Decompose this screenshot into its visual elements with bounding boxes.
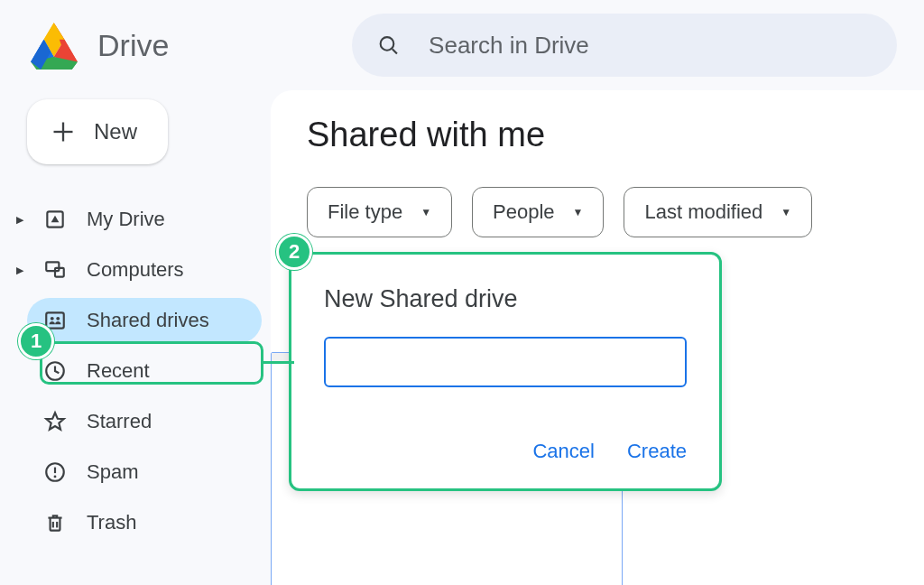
header: Drive: [0, 0, 924, 90]
search-input[interactable]: [429, 32, 872, 60]
sidebar-item-starred[interactable]: Starred: [27, 399, 262, 444]
svg-line-7: [393, 49, 397, 53]
chevron-down-icon: ▼: [781, 206, 791, 218]
clock-icon: [43, 359, 67, 383]
computers-icon: [43, 258, 67, 282]
svg-marker-2: [44, 23, 65, 40]
dialog-title-rest: Shared drive: [380, 285, 518, 312]
svg-rect-14: [46, 312, 64, 328]
dialog-actions: Cancel Create: [324, 440, 687, 463]
svg-point-6: [381, 37, 394, 51]
search-bar[interactable]: [352, 14, 897, 77]
page-title: Shared with me: [307, 116, 924, 154]
annotation-connector: [262, 361, 294, 364]
new-shared-drive-dialog: New Shared drive Cancel Create: [289, 252, 722, 491]
chip-label: File type: [328, 200, 402, 224]
svg-point-15: [51, 317, 54, 320]
spam-icon: [43, 460, 67, 484]
sidebar-item-label: Computers: [87, 258, 184, 282]
sidebar-item-shared-drives[interactable]: Shared drives: [27, 298, 262, 343]
chip-people[interactable]: People ▼: [472, 187, 604, 237]
sidebar-item-my-drive[interactable]: ▶ My Drive: [27, 197, 262, 242]
create-button[interactable]: Create: [627, 440, 687, 463]
chevron-down-icon: ▼: [573, 206, 584, 218]
cancel-button[interactable]: Cancel: [532, 440, 594, 463]
annotation-bubble-1: 1: [18, 323, 54, 359]
svg-point-16: [56, 317, 60, 320]
my-drive-icon: [43, 208, 67, 231]
sidebar-item-label: Starred: [87, 410, 152, 433]
chip-label: Last modified: [644, 200, 762, 224]
expand-icon[interactable]: ▶: [16, 265, 23, 276]
sidebar-item-label: Shared drives: [87, 309, 209, 332]
plus-icon: [51, 119, 76, 144]
sidebar-item-recent[interactable]: Recent: [27, 348, 262, 394]
dialog-title: New Shared drive: [324, 285, 687, 313]
sidebar-item-spam[interactable]: Spam: [27, 450, 262, 495]
sidebar-item-label: My Drive: [87, 208, 165, 231]
expand-icon[interactable]: ▶: [16, 214, 23, 226]
sidebar-item-computers[interactable]: ▶ Computers: [27, 247, 262, 292]
new-button[interactable]: New: [27, 99, 168, 164]
chip-last-modified[interactable]: Last modified ▼: [624, 187, 812, 237]
svg-marker-11: [51, 216, 60, 223]
brand: Drive: [27, 21, 334, 70]
chip-label: People: [493, 200, 555, 224]
star-icon: [43, 410, 67, 433]
chip-file-type[interactable]: File type ▼: [307, 187, 452, 237]
filter-chips: File type ▼ People ▼ Last modified ▼: [307, 187, 924, 237]
dialog-title-strong: New: [324, 285, 373, 312]
svg-rect-12: [46, 262, 59, 271]
shared-drive-name-input[interactable]: [324, 337, 687, 387]
svg-point-21: [54, 475, 57, 478]
drive-logo-icon: [27, 21, 81, 70]
annotation-bubble-2: 2: [276, 234, 312, 270]
sidebar-item-label: Recent: [87, 359, 150, 383]
new-button-label: New: [94, 119, 137, 144]
sidebar-item-label: Trash: [87, 511, 136, 534]
search-icon: [377, 32, 400, 58]
sidebar-item-label: Spam: [87, 460, 138, 484]
chevron-down-icon: ▼: [420, 206, 431, 218]
sidebar-item-trash[interactable]: Trash: [27, 500, 262, 545]
svg-marker-18: [46, 413, 64, 429]
brand-name: Drive: [97, 28, 169, 63]
trash-icon: [43, 511, 67, 534]
